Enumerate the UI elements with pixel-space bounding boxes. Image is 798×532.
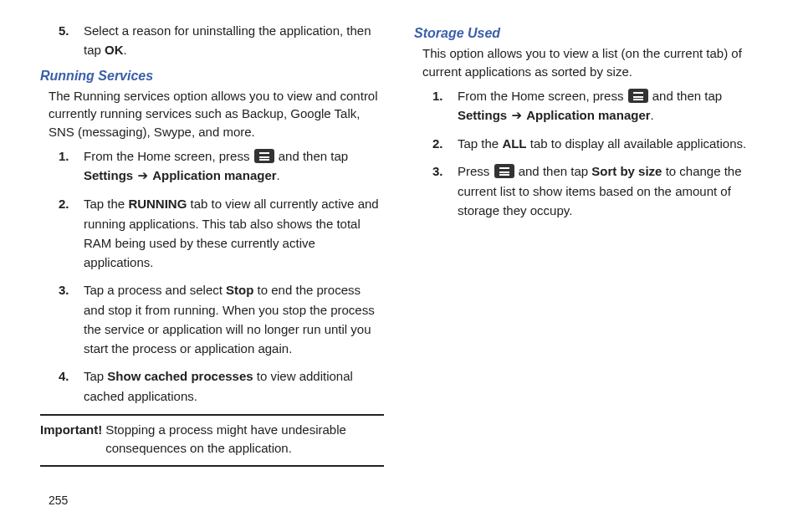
important-text: Stopping a process might have undesirabl… <box>105 421 384 458</box>
item-number: 1. <box>432 86 443 105</box>
important-label: Important! <box>40 421 105 458</box>
list-item: 4. Tap Show cached processes to view add… <box>59 366 384 406</box>
bold-text: Stop <box>226 283 253 297</box>
list-item: 1. From the Home screen, press and then … <box>59 146 384 187</box>
menu-icon <box>628 89 648 103</box>
text: . <box>277 168 280 182</box>
menu-icon <box>494 164 514 178</box>
list-item: 5. Select a reason for uninstalling the … <box>59 21 384 60</box>
arrow: ➔ <box>507 108 526 123</box>
divider <box>40 414 384 416</box>
item-number: 1. <box>59 146 69 166</box>
right-column: Storage Used This option allows you to v… <box>414 21 758 472</box>
bold-text: Application manager <box>526 108 650 122</box>
text: . <box>651 108 654 122</box>
text: Tap a process and select <box>84 283 226 297</box>
text: Tap the <box>84 197 128 211</box>
text: Press <box>458 164 494 178</box>
item-number: 5. <box>59 21 69 40</box>
text: From the Home screen, press <box>458 89 627 103</box>
text: Tap the <box>458 136 502 151</box>
storage-used-steps: 1. From the Home screen, press and then … <box>432 86 758 221</box>
left-column: 5. Select a reason for uninstalling the … <box>40 21 384 472</box>
item-number: 3. <box>432 161 443 181</box>
bold-text: OK <box>105 43 124 57</box>
arrow: ➔ <box>133 168 152 183</box>
pre-list: 5. Select a reason for uninstalling the … <box>59 21 384 60</box>
divider <box>40 465 384 467</box>
list-item: 2. Tap the ALL tab to display all availa… <box>432 134 758 153</box>
bold-text: Show cached processes <box>107 369 253 383</box>
section-heading-storage-used: Storage Used <box>414 26 758 41</box>
important-note: Important! Stopping a process might have… <box>40 421 384 458</box>
section-heading-running-services: Running Services <box>40 69 384 84</box>
item-number: 2. <box>432 134 443 153</box>
text: and then tap <box>515 164 592 178</box>
bold-text: Settings <box>84 168 133 182</box>
item-number: 3. <box>59 280 69 299</box>
list-item: 3. Tap a process and select Stop to end … <box>59 280 384 358</box>
list-item: 2. Tap the RUNNING tab to view all curre… <box>59 194 384 272</box>
bold-text: ALL <box>502 136 526 151</box>
text: and then tap <box>649 89 723 103</box>
text: and then tap <box>275 149 349 163</box>
bold-text: RUNNING <box>128 197 187 211</box>
bold-text: Settings <box>458 108 507 122</box>
bold-text: Sort by size <box>591 164 662 178</box>
text: tab to display all available application… <box>527 136 747 151</box>
list-item: 1. From the Home screen, press and then … <box>432 86 758 126</box>
text: From the Home screen, press <box>84 149 253 163</box>
running-services-steps: 1. From the Home screen, press and then … <box>59 146 384 406</box>
section-intro: The Running services option allows you t… <box>49 87 384 141</box>
list-item: 3. Press and then tap Sort by size to ch… <box>432 161 758 220</box>
item-number: 4. <box>59 366 69 386</box>
page: 5. Select a reason for uninstalling the … <box>0 0 798 472</box>
item-number: 2. <box>59 194 69 213</box>
page-number: 255 <box>49 494 68 507</box>
section-intro: This option allows you to view a list (o… <box>422 44 758 81</box>
menu-icon <box>254 149 274 163</box>
bold-text: Application manager <box>152 168 276 182</box>
text: Tap <box>84 369 107 383</box>
text: . <box>124 43 127 57</box>
